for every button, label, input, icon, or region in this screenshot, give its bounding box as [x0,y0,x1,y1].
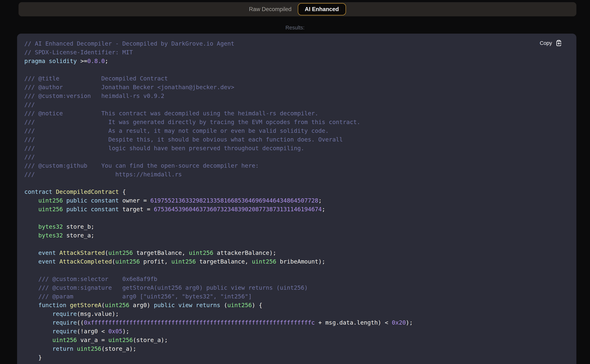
code-line: return uint256(store_a); [24,344,413,353]
code-line: contract DecompiledContract { [24,188,413,196]
code-line: /// logic should have been preserved thr… [24,144,413,153]
code-line: require(msg.value); [24,310,413,318]
code-line: bytes32 store_a; [24,231,413,240]
code-line [24,214,413,222]
code-line: pragma solidity >=0.8.0; [24,57,413,65]
tab-ai-enhanced[interactable]: AI Enhanced [298,3,346,15]
code-line: /// @notice This contract was decompiled… [24,109,413,118]
code-line [24,266,413,275]
code-line: /// https://heimdall.rs [24,170,413,179]
code-line: uint256 var_a = uint256(store_a); [24,336,413,344]
code-line: uint256 public constant owner = 61975521… [24,196,413,205]
mode-tabs: Raw DecompiledAI Enhanced [249,3,346,15]
code-line: /// As a result, it may not compile or e… [24,126,413,135]
code-line [24,65,413,74]
tab-raw-decompiled[interactable]: Raw Decompiled [249,6,291,13]
code-line: /// @title Decompiled Contract [24,74,413,83]
code-line: bytes32 store_b; [24,222,413,231]
code-line: /// @custom:signature getStoreA(uint256 … [24,283,413,292]
code-line: /// @custom:selector 0x6e8af9fb [24,275,413,283]
code-line: /// @custom:github You can find the open… [24,161,413,170]
results-label: Results: [0,25,590,31]
code-line: /// @author Jonathan Becker <jonathan@jb… [24,83,413,91]
copy-button-label: Copy [540,40,552,46]
code-block: // AI Enhanced Decompiler - Decompiled b… [24,39,413,362]
clipboard-import-icon [555,39,562,46]
code-line: require((0xfffffffffffffffffffffffffffff… [24,318,413,327]
code-line: /// @param arg0 ["uint256", "bytes32", "… [24,292,413,301]
code-line: /// @custom:version heimdall-rs v0.9.2 [24,91,413,100]
code-line: // SPDX-License-Identifier: MIT [24,48,413,57]
copy-button[interactable]: Copy [540,39,562,46]
code-panel: // AI Enhanced Decompiler - Decompiled b… [17,34,576,364]
code-line [24,179,413,188]
code-line: /// It was generated directly by tracing… [24,118,413,126]
code-line: /// [24,153,413,161]
code-line [24,240,413,248]
code-line: event AttackCompleted(uint256 profit, ui… [24,257,413,266]
code-line: function getStoreA(uint256 arg0) public … [24,301,413,310]
code-line: require(!arg0 < 0x05); [24,327,413,336]
code-line: } [24,353,413,362]
code-line: /// [24,100,413,109]
mode-toggle-bar: Raw DecompiledAI Enhanced [19,2,576,16]
code-line: uint256 public constant target = 6753645… [24,205,413,214]
code-line: /// Despite this, it should be obvious w… [24,135,413,144]
code-line: event AttackStarted(uint256 targetBalanc… [24,248,413,257]
code-line: // AI Enhanced Decompiler - Decompiled b… [24,39,413,48]
